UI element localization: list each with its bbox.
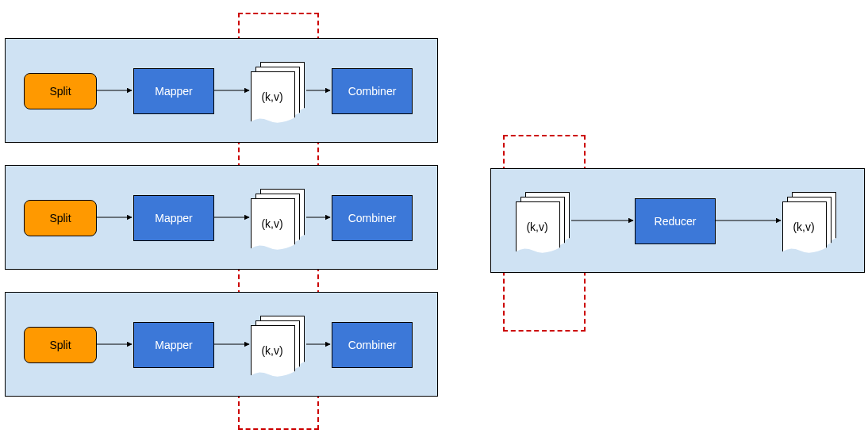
reducer-label: Reducer bbox=[655, 215, 697, 228]
reducer-input-docs: (k,v) bbox=[516, 192, 571, 247]
kv-docs-1: (k,v) bbox=[251, 62, 306, 117]
combiner-label-1: Combiner bbox=[348, 85, 397, 98]
reducer-box: Reducer bbox=[635, 198, 716, 244]
kv-docs-2: (k,v) bbox=[251, 189, 306, 244]
split-label-1: Split bbox=[49, 85, 71, 98]
combiner-label-3: Combiner bbox=[348, 339, 397, 351]
mapper-label-1: Mapper bbox=[155, 85, 192, 98]
mapper-label-2: Mapper bbox=[155, 212, 192, 224]
combiner-box-1: Combiner bbox=[332, 68, 413, 114]
split-box-3: Split bbox=[24, 327, 97, 363]
mapper-box-3: Mapper bbox=[133, 322, 214, 368]
mapper-label-3: Mapper bbox=[155, 339, 192, 351]
split-label-3: Split bbox=[49, 339, 71, 351]
split-label-2: Split bbox=[49, 212, 71, 224]
split-box-1: Split bbox=[24, 73, 97, 109]
combiner-label-2: Combiner bbox=[348, 212, 397, 224]
split-box-2: Split bbox=[24, 200, 97, 236]
kv-docs-3: (k,v) bbox=[251, 316, 306, 371]
mapper-box-1: Mapper bbox=[133, 68, 214, 114]
mapper-box-2: Mapper bbox=[133, 195, 214, 241]
reducer-output-docs: (k,v) bbox=[782, 192, 838, 247]
combiner-box-3: Combiner bbox=[332, 322, 413, 368]
combiner-box-2: Combiner bbox=[332, 195, 413, 241]
